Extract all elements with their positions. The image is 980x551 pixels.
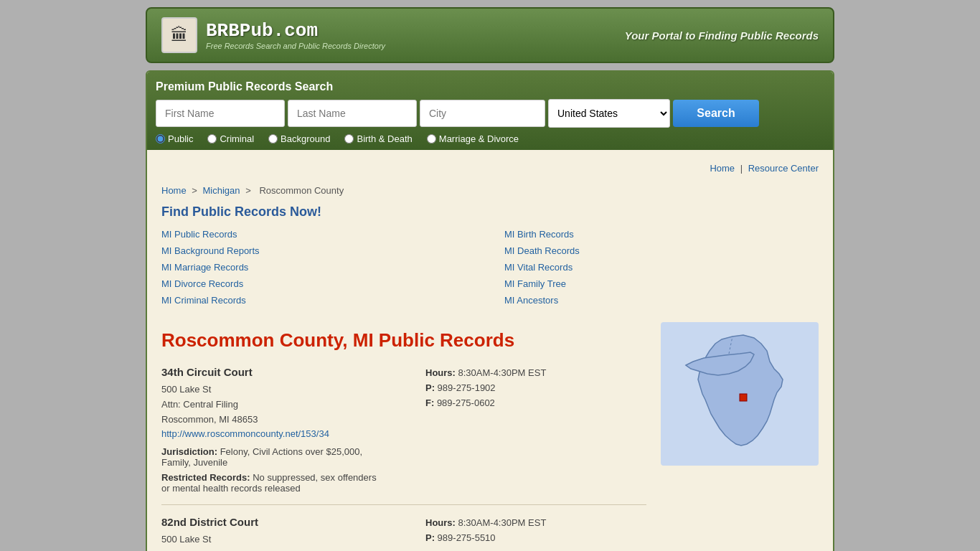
logo-text: BRBPub.com Free Records Search and Publi… — [206, 20, 385, 50]
link-mi-divorce-records[interactable]: MI Divorce Records — [161, 276, 476, 291]
court-34th-name: 34th Circuit Court — [161, 366, 382, 378]
court-34th-website[interactable]: http://www.roscommoncounty.net/153/34 — [161, 428, 329, 439]
link-mi-vital-records[interactable]: MI Vital Records — [504, 260, 819, 275]
option-marriage-divorce[interactable]: Marriage & Divorce — [427, 133, 519, 144]
top-nav: Home | Resource Center — [161, 157, 819, 179]
breadcrumb-state[interactable]: Michigan — [203, 185, 240, 196]
content-area: Home | Resource Center Home > Michigan >… — [147, 150, 833, 551]
option-criminal[interactable]: Criminal — [207, 133, 254, 144]
michigan-map-container — [661, 322, 819, 547]
link-mi-death-records[interactable]: MI Death Records — [504, 243, 819, 258]
svg-rect-3 — [740, 394, 747, 401]
breadcrumb-sep1: > — [192, 185, 199, 196]
logo-icon: 🏛 — [161, 17, 197, 53]
court-34th-hours: Hours: 8:30AM-4:30PM EST P: 989-275-1902… — [425, 366, 646, 410]
city-input[interactable] — [420, 100, 545, 127]
court-34th-address: 500 Lake St Attn: Central Filing Roscomm… — [161, 382, 382, 442]
site-tagline: Your Portal to Finding Public Records — [625, 29, 819, 42]
link-mi-background-reports[interactable]: MI Background Reports — [161, 243, 476, 258]
breadcrumb-sep2: > — [245, 185, 253, 196]
court-82nd-address: 500 Lake St — [161, 532, 382, 547]
link-mi-criminal-records[interactable]: MI Criminal Records — [161, 293, 476, 308]
court-34th-jurisdiction: Jurisdiction: Felony, Civil Actions over… — [161, 446, 382, 468]
county-title: Roscommon County, MI Public Records — [161, 329, 646, 352]
county-section: Roscommon County, MI Public Records 34th… — [161, 322, 819, 547]
link-mi-ancestors[interactable]: MI Ancestors — [504, 293, 819, 308]
first-name-input[interactable] — [156, 100, 285, 127]
court-34th-right: Hours: 8:30AM-4:30PM EST P: 989-275-1902… — [425, 366, 646, 494]
court-82nd: 82nd District Court 500 Lake St Hours: 8… — [161, 516, 646, 547]
search-bar: Premium Public Records Search United Sta… — [147, 72, 833, 150]
breadcrumb: Home > Michigan > Roscommon County — [161, 179, 819, 204]
court-82nd-name: 82nd District Court — [161, 516, 382, 528]
logo-area: 🏛 BRBPub.com Free Records Search and Pub… — [161, 17, 385, 53]
court-82nd-left: 82nd District Court 500 Lake St — [161, 516, 382, 547]
breadcrumb-county: Roscommon County — [259, 185, 344, 196]
nav-home-link[interactable]: Home — [710, 163, 735, 174]
link-mi-marriage-records[interactable]: MI Marriage Records — [161, 260, 476, 275]
search-bar-title: Premium Public Records Search — [156, 77, 824, 99]
search-button[interactable]: Search — [673, 100, 759, 127]
court-34th: 34th Circuit Court 500 Lake St Attn: Cen… — [161, 366, 646, 494]
records-links: MI Public Records MI Birth Records MI Ba… — [161, 227, 819, 308]
michigan-map — [661, 322, 819, 466]
country-select[interactable]: United States Canada United Kingdom — [548, 99, 670, 128]
option-birth-death[interactable]: Birth & Death — [344, 133, 412, 144]
link-mi-public-records[interactable]: MI Public Records — [161, 227, 476, 242]
court-34th-left: 34th Circuit Court 500 Lake St Attn: Cen… — [161, 366, 382, 494]
link-mi-birth-records[interactable]: MI Birth Records — [504, 227, 819, 242]
last-name-input[interactable] — [288, 100, 417, 127]
nav-separator: | — [740, 163, 743, 174]
search-inputs: United States Canada United Kingdom Sear… — [156, 99, 824, 128]
court-34th-restricted: Restricted Records: No suppressed, sex o… — [161, 472, 382, 494]
search-options: Public Criminal Background Birth & Death… — [156, 128, 824, 150]
court-82nd-right: Hours: 8:30AM-4:30PM EST P: 989-275-5510 — [425, 516, 646, 547]
site-name: BRBPub.com — [206, 20, 385, 42]
court-82nd-hours: Hours: 8:30AM-4:30PM EST P: 989-275-5510 — [425, 516, 646, 546]
records-title: Find Public Records Now! — [161, 204, 819, 220]
link-mi-family-tree[interactable]: MI Family Tree — [504, 276, 819, 291]
nav-resource-link[interactable]: Resource Center — [748, 163, 819, 174]
option-public[interactable]: Public — [156, 133, 193, 144]
option-background[interactable]: Background — [268, 133, 330, 144]
breadcrumb-home[interactable]: Home — [161, 185, 187, 196]
site-subtitle: Free Records Search and Public Records D… — [206, 42, 385, 50]
county-detail: Roscommon County, MI Public Records 34th… — [161, 322, 646, 547]
main-container: Premium Public Records Search United Sta… — [146, 70, 834, 551]
records-section: Find Public Records Now! MI Public Recor… — [161, 204, 819, 308]
site-header: 🏛 BRBPub.com Free Records Search and Pub… — [146, 7, 834, 63]
